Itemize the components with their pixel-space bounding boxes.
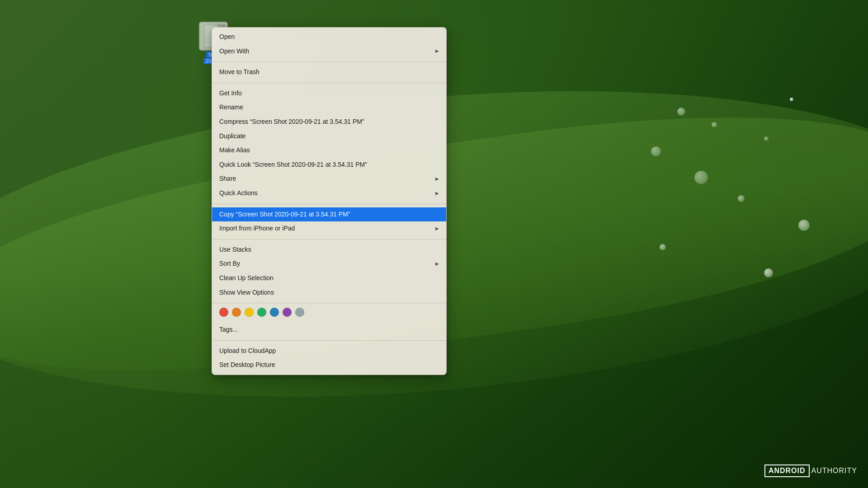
color-dot-yellow[interactable] [245,308,254,317]
color-dot-red[interactable] [219,308,228,317]
menu-item-quick-look[interactable]: Quick Look “Screen Shot 2020-09-21 at 3.… [212,158,446,172]
droplet [764,268,773,277]
menu-item-import-from-iphone[interactable]: Import from iPhone or iPad ▶ [212,221,446,236]
menu-divider-3 [212,204,446,204]
submenu-arrow: ▶ [435,176,439,182]
menu-section-1: Open Open With ▶ [212,28,446,61]
submenu-arrow: ▶ [435,261,439,267]
droplet [694,171,708,184]
menu-item-use-stacks[interactable]: Use Stacks [212,243,446,257]
menu-item-upload-to-cloudapp[interactable]: Upload to CloudApp [212,344,446,358]
menu-section-5: Use Stacks Sort By ▶ Clean Up Selection … [212,240,446,302]
droplet [790,98,793,101]
menu-item-set-desktop-picture[interactable]: Set Desktop Picture [212,358,446,372]
menu-section-6: Tags... [212,320,446,339]
menu-item-move-to-trash[interactable]: Move to Trash [212,65,446,80]
droplet [660,244,666,250]
menu-section-3: Get Info Rename Compress “Screen Shot 20… [212,84,446,203]
menu-divider-1 [212,61,446,62]
color-dot-gray[interactable] [295,308,304,317]
droplet [764,136,769,141]
color-dot-blue[interactable] [270,308,279,317]
menu-item-make-alias[interactable]: Make Alias [212,143,446,158]
watermark-android-text: ANDROID [764,465,810,477]
menu-divider-6 [212,340,446,341]
menu-item-compress[interactable]: Compress “Screen Shot 2020-09-21 at 3.54… [212,115,446,129]
color-dot-purple[interactable] [283,308,292,317]
menu-item-get-info[interactable]: Get Info [212,86,446,101]
menu-item-duplicate[interactable]: Duplicate [212,129,446,144]
menu-item-clean-up-selection[interactable]: Clean Up Selection [212,271,446,286]
watermark-authority-text: AUTHORITY [811,467,857,475]
droplet [798,220,810,231]
menu-item-tags[interactable]: Tags... [212,323,446,337]
menu-section-2: Move to Trash [212,63,446,82]
context-menu: Open Open With ▶ Move to Trash Get Info … [212,27,447,375]
droplet [712,122,717,127]
droplet [651,146,661,156]
droplet [677,108,685,116]
submenu-arrow: ▶ [435,190,439,197]
submenu-arrow: ▶ [435,48,439,54]
menu-item-copy[interactable]: Copy “Screen Shot 2020-09-21 at 3.54.31 … [212,207,446,222]
menu-item-sort-by[interactable]: Sort By ▶ [212,257,446,271]
menu-item-share[interactable]: Share ▶ [212,172,446,186]
menu-item-rename[interactable]: Rename [212,100,446,115]
menu-item-show-view-options[interactable]: Show View Options [212,286,446,300]
watermark: ANDROID AUTHORITY [764,465,857,477]
submenu-arrow: ▶ [435,225,439,232]
color-tags-row [212,304,446,320]
color-dot-orange[interactable] [232,308,241,317]
droplet [738,195,745,202]
color-dot-green[interactable] [257,308,266,317]
menu-section-7: Upload to CloudApp Set Desktop Picture [212,342,446,375]
menu-item-quick-actions[interactable]: Quick Actions ▶ [212,186,446,201]
menu-divider-2 [212,83,446,83]
menu-item-open-with[interactable]: Open With ▶ [212,44,446,59]
menu-section-4: Copy “Screen Shot 2020-09-21 at 3.54.31 … [212,205,446,238]
menu-divider-5 [212,303,446,303]
menu-divider-4 [212,239,446,239]
menu-item-open[interactable]: Open [212,30,446,44]
